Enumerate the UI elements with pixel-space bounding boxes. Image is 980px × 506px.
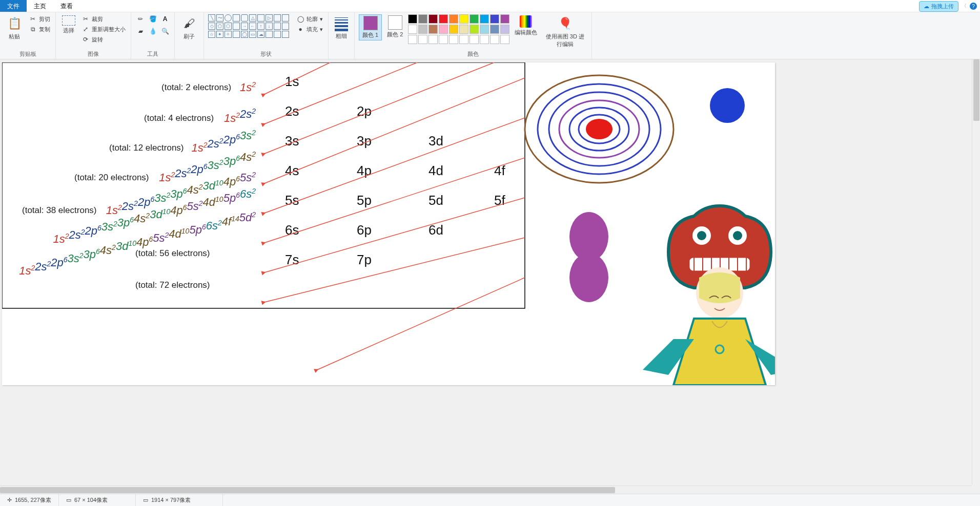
- palette-swatch[interactable]: [500, 14, 509, 24]
- palette-swatch[interactable]: [490, 14, 499, 24]
- palette-swatch[interactable]: [500, 25, 509, 34]
- palette-swatch[interactable]: [480, 35, 489, 44]
- cut-button[interactable]: ✂剪切: [28, 14, 51, 24]
- tab-file[interactable]: 文件: [0, 0, 27, 12]
- svg-text:(total: 12 electrons): (total: 12 electrons): [109, 143, 184, 153]
- palette-swatch[interactable]: [469, 25, 479, 34]
- tab-home[interactable]: 主页: [27, 0, 53, 12]
- palette-swatch[interactable]: [449, 25, 458, 34]
- palette-swatch[interactable]: [500, 35, 509, 44]
- canvas[interactable]: 1s2s3s4s5s6s7s2p3p4p5p6p7p3d4d5d6d4f5f1s…: [2, 62, 775, 385]
- tab-view[interactable]: 查看: [53, 0, 80, 12]
- upload-button[interactable]: ☁ 拖拽上传: [919, 1, 958, 12]
- svg-line-25: [264, 158, 525, 243]
- svg-text:(total: 56 electrons): (total: 56 electrons): [135, 248, 210, 258]
- palette-swatch[interactable]: [449, 14, 458, 24]
- scrollbar-thumb-v[interactable]: [973, 59, 979, 121]
- palette-swatch[interactable]: [408, 14, 417, 24]
- stroke-icon: [335, 15, 348, 31]
- palette-swatch[interactable]: [439, 25, 448, 34]
- svg-text:4p: 4p: [357, 163, 372, 178]
- stroke-button[interactable]: 粗细: [333, 14, 350, 41]
- svg-line-21: [264, 62, 417, 124]
- group-clipboard: 📋 粘贴 ✂剪切 ⧉复制 剪贴板: [0, 12, 56, 59]
- edit-colors-button[interactable]: 编辑颜色: [513, 14, 539, 37]
- rainbow-icon: [520, 15, 532, 28]
- palette-swatch[interactable]: [490, 25, 499, 34]
- palette-swatch[interactable]: [428, 14, 438, 24]
- crop-button[interactable]: ✂裁剪: [80, 14, 127, 24]
- group-label-shapes: 形状: [208, 50, 324, 58]
- cloud-icon: ☁: [924, 3, 929, 10]
- svg-text:1s2: 1s2: [240, 80, 256, 94]
- menubar: 文件 主页 查看 ☁ 拖拽上传 〈 ?: [0, 0, 980, 12]
- shape-fill-button[interactable]: ●填充▾: [295, 25, 324, 34]
- bucket-icon: 🪣: [149, 15, 157, 23]
- palette-swatch[interactable]: [459, 25, 468, 34]
- scrollbar-horizontal[interactable]: [0, 486, 972, 494]
- color2-swatch: [388, 15, 402, 30]
- palette-swatch[interactable]: [408, 35, 417, 44]
- svg-line-23: [264, 78, 525, 183]
- palette-swatch[interactable]: [459, 35, 468, 44]
- palette-swatch[interactable]: [428, 25, 438, 34]
- scrollbar-vertical[interactable]: [972, 59, 980, 484]
- help-icon[interactable]: ?: [970, 3, 977, 10]
- svg-line-27: [264, 238, 525, 302]
- brush-icon: 🖌: [181, 15, 197, 32]
- palette-swatch[interactable]: [469, 14, 479, 24]
- palette-swatch[interactable]: [469, 35, 479, 44]
- palette-swatch[interactable]: [408, 25, 417, 34]
- color2-button[interactable]: 颜色 2: [385, 14, 405, 39]
- svg-point-50: [710, 88, 745, 123]
- svg-text:5p: 5p: [357, 193, 372, 208]
- svg-text:(total: 72 electrons): (total: 72 electrons): [135, 280, 210, 290]
- paint3d-button[interactable]: 🎈 使用画图 3D 进行编辑: [542, 14, 587, 49]
- magnifier-icon: 🔍: [161, 27, 169, 35]
- rotate-button[interactable]: ⟳旋转: [80, 35, 127, 44]
- fill-tool[interactable]: 🪣: [148, 14, 158, 24]
- paste-button[interactable]: 📋 粘贴: [4, 14, 25, 41]
- eyedropper-icon: 💧: [149, 27, 157, 35]
- svg-point-55: [697, 231, 706, 240]
- picker-tool[interactable]: 💧: [148, 27, 158, 36]
- palette-swatch[interactable]: [490, 35, 499, 44]
- svg-text:4d: 4d: [428, 163, 443, 178]
- pencil-tool[interactable]: ✏: [135, 14, 146, 24]
- palette-swatch[interactable]: [459, 14, 468, 24]
- svg-line-26: [264, 198, 525, 272]
- color1-button[interactable]: 颜色 1: [359, 14, 382, 40]
- palette-swatch[interactable]: [418, 25, 427, 34]
- resize-icon: ⤢: [81, 25, 90, 33]
- brush-button[interactable]: 🖌 刷子: [179, 14, 199, 41]
- color-palette: [408, 14, 509, 44]
- palette-swatch[interactable]: [439, 14, 448, 24]
- group-colors: 颜色 1 颜色 2 编辑颜色 🎈 使用画图 3D 进行编辑 颜色: [355, 12, 592, 59]
- shape-gallery[interactable]: ╲〜△ ▷ ◇⬠⬡ →←↑↓ ☆✦✧ ◯▭☁: [208, 14, 289, 38]
- collapse-ribbon-icon[interactable]: 〈: [962, 3, 967, 10]
- select-button[interactable]: 选择: [60, 14, 77, 35]
- eraser-tool[interactable]: ▰: [135, 27, 146, 36]
- ribbon: 📋 粘贴 ✂剪切 ⧉复制 剪贴板 选择 ✂裁剪 ⤢重新调整大小 ⟳旋转 图像: [0, 12, 980, 59]
- svg-point-52: [569, 253, 608, 302]
- svg-text:6p: 6p: [357, 222, 372, 238]
- palette-swatch[interactable]: [418, 14, 427, 24]
- size-icon: ▭: [143, 497, 148, 503]
- scrollbar-thumb-h[interactable]: [0, 487, 615, 493]
- palette-swatch[interactable]: [480, 14, 489, 24]
- shape-outline-button[interactable]: ◯轮廓▾: [295, 14, 324, 24]
- resize-button[interactable]: ⤢重新调整大小: [80, 25, 127, 34]
- magnifier-tool[interactable]: 🔍: [160, 27, 170, 36]
- status-selection: ▭67 × 104像素: [59, 494, 136, 506]
- palette-swatch[interactable]: [480, 25, 489, 34]
- palette-swatch[interactable]: [439, 35, 448, 44]
- text-tool[interactable]: A: [160, 14, 170, 24]
- palette-swatch[interactable]: [428, 35, 438, 44]
- copy-button[interactable]: ⧉复制: [28, 25, 51, 34]
- group-brush: 🖌 刷子: [175, 12, 204, 59]
- palette-swatch[interactable]: [418, 35, 427, 44]
- palette-swatch[interactable]: [449, 35, 458, 44]
- eraser-icon: ▰: [136, 27, 145, 35]
- svg-text:(total: 4 electrons): (total: 4 electrons): [144, 113, 214, 123]
- group-tools: ✏ 🪣 A ▰ 💧 🔍 工具: [131, 12, 175, 59]
